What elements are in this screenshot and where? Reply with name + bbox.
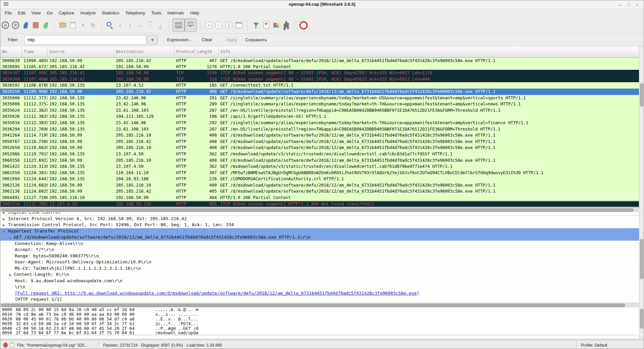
detail-line[interactable]: Connection: Keep-Alive\r\n [0,241,640,247]
packet-row[interactable]: 306731411132.70813013.107.4.50192.168.50… [0,201,640,207]
go-back-icon[interactable]: ‹ [115,18,125,32]
packet-row[interactable]: 305076711118.738844192.168.50.99205.185.… [0,139,640,145]
packet-row[interactable]: 305298611119.791586192.168.50.13513.107.… [0,151,640,157]
menu-edit[interactable]: Edit [15,9,28,16]
column-header-protocol[interactable]: Protocol [175,46,195,57]
hex-row[interactable]: 002008 00 45 00 01 76 0b bb 40 00 80 06 … [0,317,640,321]
packet-row[interactable]: 303500811112.375778192.168.50.13523.42.1… [0,101,640,107]
menu-analyze[interactable]: Analyze [77,9,99,16]
open-file-icon[interactable] [58,18,68,32]
display-filter-icon[interactable] [261,18,271,32]
close-icon[interactable]: × [634,2,640,8]
packet-row[interactable]: 306199411124.644120192.168.50.135104.16.… [0,176,640,182]
capture-comment-icon[interactable] [10,343,14,347]
expander-icon[interactable]: ▶ [3,222,5,229]
find-packet-icon[interactable] [105,18,115,32]
detail-line[interactable]: \r\n [0,284,640,290]
menu-capture[interactable]: Capture [56,9,77,16]
detail-line[interactable]: ▶Logical-Link Control [0,212,640,216]
expander-icon[interactable]: ▼ [3,229,5,235]
packet-row[interactable]: 305265011119.682010192.168.50.99205.185.… [0,145,640,151]
filter-dropdown-icon[interactable]: ▼ [147,35,158,45]
coloring-rules-icon[interactable] [271,18,281,32]
packet-row[interactable]: 303502611112.382946192.168.50.135104.111… [0,113,640,120]
maximize-icon[interactable] [626,2,632,7]
packet-row[interactable]: 306449111127.728630205.185.216.10192.168… [0,195,640,201]
packet-row[interactable]: 300063911090.485852192.168.50.99205.185.… [0,57,640,64]
colorize-packets-icon[interactable] [172,18,185,32]
menu-file[interactable]: File [2,9,15,16]
expander-icon[interactable]: ▶ [3,216,5,222]
zoom-100-icon[interactable]: 1 [224,18,234,32]
packet-row[interactable]: 303503411112.383968192.168.50.13523.42.1… [0,120,640,126]
menu-go[interactable]: Go [44,9,55,16]
detail-line[interactable]: ▼Hypertext Transfer Protocol [0,228,640,235]
detail-line[interactable]: Range: bytes=5898240-5963775\r\n [0,253,640,259]
packet-row[interactable]: 306142211124.313824192.168.50.13513.107.… [0,163,640,170]
column-header-no[interactable]: No. [0,46,22,57]
menu-view[interactable]: View [28,9,44,16]
go-to-top-icon[interactable]: ↑ [145,18,155,32]
zoom-out-icon[interactable]: − [214,18,224,32]
column-header-source[interactable]: Source [48,46,114,57]
bytes-vertical-scrollbar[interactable] [639,307,644,339]
detail-line[interactable]: MS-CV: TaCHUtvhjEillPNl.1.1.1.1.3.2.3.2.… [0,265,640,272]
go-to-packet-icon[interactable]: → [135,18,145,32]
filter-input[interactable]: http [24,35,147,45]
menu-telephony[interactable]: Telephony [122,9,148,16]
expression-button[interactable]: Expression... [167,37,192,42]
clear-button[interactable]: Clear [202,37,212,42]
details-vertical-scrollbar[interactable] [639,212,644,303]
save-filter-button[interactable]: Сохранить [245,37,267,42]
packet-row[interactable]: 304126411114.719900192.168.50.99205.185.… [0,132,640,139]
packet-row[interactable]: 303502411112.382944192.168.50.13523.61.1… [0,107,640,114]
packet-row[interactable]: 302925011109.998940192.168.50.99205.185.… [0,89,640,95]
menu-help[interactable]: Help [187,9,202,16]
packet-row[interactable]: 306213611124.683544192.168.50.99205.185.… [0,188,640,195]
preferences-icon[interactable] [281,18,291,32]
column-header-length[interactable]: Length [195,46,218,57]
detail-line[interactable]: ▶Internet Protocol Version 4, Src: 192.1… [0,216,640,222]
capture-filter-icon[interactable] [251,18,261,32]
packet-row[interactable]: 306155011124.381414192.168.50.135110.164… [0,170,640,176]
stop-capture-icon[interactable] [31,18,41,32]
start-capture-icon[interactable] [20,18,31,32]
detail-line[interactable]: ▶Content-Length: 0\r\n [0,271,640,278]
restart-capture-icon[interactable] [41,18,51,32]
apply-button[interactable]: Apply [226,37,237,42]
hex-row[interactable]: 003032 63 cd b9 d8 2a cd 10 00 50 4f 3f … [0,321,640,326]
detail-line[interactable]: User-Agent: Microsoft-Delivery-Optimizat… [0,259,640,265]
column-header-info[interactable]: Info [218,46,640,57]
expert-info-icon[interactable] [3,343,8,348]
status-profile[interactable]: Profile: Default [581,343,607,348]
auto-scroll-icon[interactable] [185,18,197,32]
expander-icon[interactable]: ▶ [9,235,12,241]
packet-list-horizontal-scrollbar[interactable] [0,207,640,212]
menu-tools[interactable]: Tools [148,9,164,16]
list-interfaces-icon[interactable]: ≣ [0,18,10,32]
packet-row[interactable]: 302659211108.878624192.168.50.13513.107.… [0,82,640,89]
hex-row[interactable]: 001078 cd 8e a6 73 be c0 d6 00 00 aa aa … [0,312,640,317]
packet-row[interactable]: 302430911107.498682205.185.216.42192.168… [0,76,640,83]
expander-icon[interactable]: ▶ [9,272,12,278]
help-icon[interactable] [298,18,308,32]
column-header-time[interactable]: Time [22,46,48,57]
packet-row[interactable]: 303500011112.373726192.168.50.13523.42.1… [0,95,640,101]
packet-row[interactable]: 306035611123.692252192.168.50.99205.185.… [0,157,640,164]
detail-line[interactable]: [Full request URI: http://9.au.download.… [0,290,640,297]
resize-columns-icon[interactable] [234,18,244,32]
detail-line[interactable]: Accept: */*\r\n [0,247,640,253]
zoom-in-icon[interactable]: + [204,18,214,32]
hex-row[interactable]: 0040c3 09 50 18 02 23 67 48 00 00 47 45 … [0,326,640,331]
packet-row[interactable]: 306212611124.682012192.168.50.99205.185.… [0,182,640,189]
packet-row[interactable]: 302430711107.498170205.185.216.42192.168… [0,70,640,76]
capture-options-icon[interactable]: ⚙ [10,18,20,32]
detail-line[interactable]: ▶Transmission Control Protocol, Src Port… [0,222,640,228]
column-header-destination[interactable]: Destination [114,46,175,57]
packet-row[interactable]: 303629411112.769058192.168.50.13523.61.1… [0,126,640,133]
menu-statistics[interactable]: Statistics [99,9,122,16]
detail-line[interactable]: [HTTP request 1/1] [0,296,640,303]
details-horizontal-scrollbar[interactable] [0,303,640,307]
go-forward-icon[interactable]: › [125,18,135,32]
minimize-icon[interactable] [617,2,623,7]
